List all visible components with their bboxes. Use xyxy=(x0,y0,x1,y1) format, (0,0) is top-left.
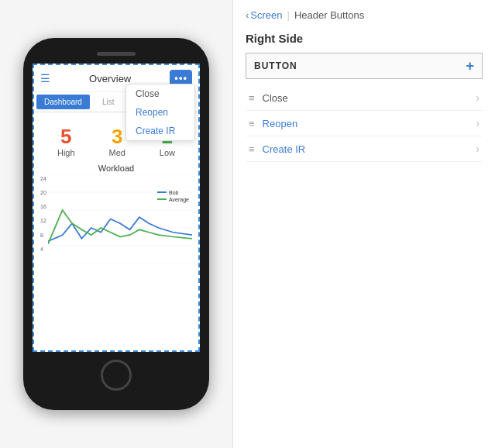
stat-label-med: Med xyxy=(109,148,125,157)
dropdown-item-close[interactable]: Close xyxy=(126,84,194,103)
y-label-24: 24 xyxy=(40,176,46,181)
list-item[interactable]: ≡ Create IR › xyxy=(246,136,483,162)
hamburger-icon[interactable]: ☰ xyxy=(40,72,50,84)
dropdown-item-reopen[interactable]: Reopen xyxy=(126,103,194,122)
button-list: ≡ Close › ≡ Reopen › ≡ Create IR › xyxy=(246,85,483,162)
phone-speaker xyxy=(97,52,136,56)
list-item[interactable]: ≡ Close › xyxy=(246,85,483,111)
app-header: ☰ Overview ••• Close Reopen Create IR xyxy=(34,65,198,92)
section-title: Right Side xyxy=(246,32,483,45)
y-label-20: 20 xyxy=(40,190,46,195)
workload-chart xyxy=(48,174,192,264)
chevron-left-icon: ‹ xyxy=(246,9,249,21)
chevron-right-icon-create: › xyxy=(476,143,480,155)
y-label-8: 8 xyxy=(40,233,46,238)
stat-label-high: High xyxy=(57,148,75,157)
breadcrumb-separator: | xyxy=(287,9,290,21)
dropdown-item-create[interactable]: Create IR xyxy=(126,122,194,140)
stat-number-med: 3 xyxy=(112,126,122,148)
phone-screen: ☰ Overview ••• Close Reopen Create IR Da… xyxy=(33,64,200,352)
stat-number-high: 5 xyxy=(60,126,71,148)
phone-home-button[interactable] xyxy=(101,360,132,391)
list-item[interactable]: ≡ Reopen › xyxy=(246,111,483,136)
phone-mockup: ☰ Overview ••• Close Reopen Create IR Da… xyxy=(23,38,209,410)
tab-list[interactable]: List xyxy=(95,95,122,109)
right-panel: ‹ Screen | Header Buttons Right Side BUT… xyxy=(232,0,495,448)
drag-handle-create: ≡ xyxy=(249,143,255,155)
legend-bob: Bob xyxy=(157,190,189,195)
button-label-reopen: Reopen xyxy=(263,118,476,129)
tab-dashboard[interactable]: Dashboard xyxy=(36,95,90,109)
breadcrumb-current: Header Buttons xyxy=(294,9,364,21)
button-label-close: Close xyxy=(263,92,476,104)
y-label-16: 16 xyxy=(40,204,46,209)
breadcrumb-back-label[interactable]: Screen xyxy=(250,9,282,21)
stat-label-low: Low xyxy=(160,148,175,157)
breadcrumb: ‹ Screen | Header Buttons xyxy=(246,9,483,21)
breadcrumb-back[interactable]: ‹ Screen xyxy=(246,9,283,21)
workload-section: Workload 24 20 16 12 8 4 xyxy=(34,162,198,268)
button-label-create: Create IR xyxy=(263,143,476,155)
left-panel: ☰ Overview ••• Close Reopen Create IR Da… xyxy=(0,0,232,448)
chevron-right-icon-close: › xyxy=(476,91,480,104)
add-button[interactable]: + xyxy=(466,59,474,73)
workload-title: Workload xyxy=(40,164,192,173)
button-table-header: BUTTON + xyxy=(246,53,483,79)
chevron-right-icon-reopen: › xyxy=(476,117,480,129)
app-title: Overview xyxy=(89,73,131,84)
y-label-12: 12 xyxy=(40,218,46,223)
legend-average: Average xyxy=(157,197,189,202)
stat-high: 5 High xyxy=(57,126,75,157)
stat-med: 3 Med xyxy=(109,126,125,157)
drag-handle-reopen: ≡ xyxy=(249,118,255,129)
drag-handle-close: ≡ xyxy=(249,92,255,104)
y-label-4: 4 xyxy=(40,246,46,252)
dropdown-menu: Close Reopen Create IR xyxy=(125,84,195,141)
button-table-label: BUTTON xyxy=(254,60,297,71)
